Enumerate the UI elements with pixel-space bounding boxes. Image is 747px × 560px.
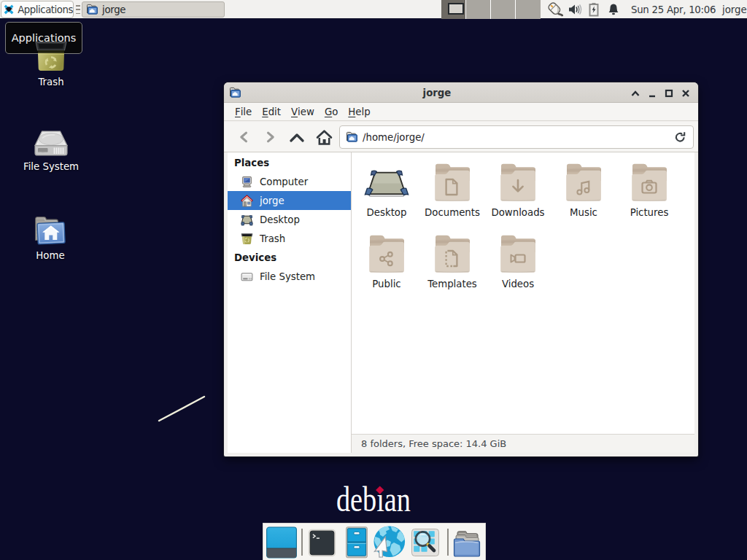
statusbar: 8 folders, Free space: 14.4 GiB [352, 434, 694, 453]
dock-file-cabinet-button[interactable] [341, 526, 373, 559]
shade-button[interactable] [627, 85, 643, 102]
file-label: Templates [415, 279, 489, 289]
maximize-button[interactable] [660, 85, 677, 102]
file-label: Videos [481, 279, 555, 289]
window-folder-icon [86, 4, 98, 15]
file-desktop[interactable]: Desktop [354, 163, 419, 220]
tray-notifications-button[interactable] [608, 0, 619, 19]
path-bar[interactable]: /home/jorge/ [339, 125, 694, 149]
workspace-window-thumb [448, 3, 464, 15]
desktop-icon-label: Trash [16, 77, 86, 88]
web-browser-icon [374, 526, 406, 559]
workspace-2[interactable] [466, 0, 491, 19]
maximize-icon [665, 89, 673, 98]
terminal-icon [307, 528, 337, 558]
minimize-icon [648, 89, 657, 98]
file-label: Music [546, 207, 621, 218]
sidebar: PlacesComputerjorgeDesktopTrashDevicesFi… [228, 152, 352, 453]
file-list-view[interactable]: 8 folders, Free space: 14.4 GiB DesktopD… [352, 152, 694, 453]
up-button[interactable] [285, 125, 309, 149]
menu-file[interactable]: File [230, 103, 257, 121]
dock-folder-stack-button[interactable] [452, 526, 484, 559]
folder-music-icon [565, 163, 603, 201]
file-documents[interactable]: Documents [419, 163, 485, 220]
file-templates[interactable]: Templates [419, 235, 485, 292]
path-input[interactable]: /home/jorge/ [363, 132, 668, 143]
file-videos[interactable]: Videos [485, 235, 551, 292]
sidebar-item-desktop[interactable]: Desktop [228, 210, 351, 229]
folder-stack-icon [452, 526, 483, 559]
file-label: Documents [415, 207, 489, 218]
sidebar-header-devices: Devices [228, 248, 351, 267]
file-public[interactable]: Public [354, 235, 419, 292]
folder-documents-icon [433, 163, 471, 201]
file-label: Desktop [349, 207, 424, 218]
menubar: FileEditViewGoHelp [224, 103, 698, 121]
panel-username[interactable]: jorge [722, 0, 747, 19]
folder-videos-icon [499, 235, 537, 273]
dock-app-finder-button[interactable] [409, 526, 441, 559]
desktop-icon-label: Home [15, 250, 85, 261]
debian-wordmark: debıan [336, 481, 411, 517]
desktop-icon-home[interactable]: Home [15, 216, 85, 261]
sidebar-item-computer[interactable]: Computer [228, 172, 351, 191]
sidebar-item-trash[interactable]: Trash [228, 229, 351, 248]
bottom-dock [263, 523, 486, 560]
file-label: Pictures [612, 207, 686, 218]
dock-web-browser-button[interactable] [374, 526, 406, 559]
file-label: Public [349, 279, 424, 289]
sidebar-item-label: Trash [260, 233, 285, 244]
volume-icon [568, 3, 582, 16]
workspace-switcher[interactable] [441, 0, 541, 19]
back-button[interactable] [232, 125, 255, 149]
battery-icon [588, 2, 600, 17]
desktop-icon-label: File System [16, 161, 86, 172]
file-cabinet-icon [346, 526, 368, 559]
file-label: Downloads [481, 207, 555, 218]
tray-battery-button[interactable] [588, 0, 600, 19]
sidebar-item-jorge[interactable]: jorge [228, 191, 351, 210]
close-button[interactable] [677, 85, 694, 102]
window-titlebar[interactable]: jorge [224, 82, 698, 103]
workspace-4[interactable] [516, 0, 541, 19]
forward-button[interactable] [259, 125, 282, 149]
sidebar-item-label: Computer [260, 176, 308, 187]
window-controls [627, 85, 694, 102]
home-button[interactable] [312, 125, 336, 149]
tray-volume-button[interactable] [568, 0, 582, 19]
folder-templates-icon [433, 235, 471, 273]
folder-downloads-icon [499, 163, 537, 201]
reload-button[interactable] [668, 126, 692, 148]
tray-mouse-button[interactable] [547, 0, 563, 19]
dock-separator [301, 529, 303, 556]
trash-icon [35, 42, 67, 71]
desktop-icon-trash[interactable]: Trash [16, 42, 86, 88]
window-title: jorge [423, 82, 452, 103]
file-music[interactable]: Music [551, 163, 616, 220]
panel-clock[interactable]: Sun 25 Apr, 10:06 [631, 0, 716, 19]
applications-menu-label: Applications [18, 4, 73, 15]
menu-view[interactable]: View [286, 103, 320, 121]
file-pictures[interactable]: Pictures [616, 163, 682, 220]
menu-help[interactable]: Help [343, 103, 375, 121]
minimize-button[interactable] [643, 85, 660, 102]
dock-terminal-button[interactable] [306, 526, 338, 559]
desktop-icon-file-system[interactable]: File System [16, 131, 86, 172]
desktop-big-icon [364, 170, 409, 198]
workspace-1[interactable] [441, 0, 466, 19]
file-downloads[interactable]: Downloads [485, 163, 551, 220]
menu-go[interactable]: Go [320, 103, 343, 121]
workspace-3[interactable] [491, 0, 516, 19]
trash-icon [241, 233, 253, 245]
applications-menu-button[interactable]: Applications [1, 1, 74, 18]
up-icon [290, 133, 304, 142]
panel-handle[interactable] [76, 5, 80, 14]
reload-icon [674, 131, 686, 144]
taskbar-window-button[interactable]: jorge [82, 1, 225, 18]
show-desktop-icon [266, 526, 297, 559]
sidebar-item-file-system[interactable]: File System [228, 267, 351, 286]
dock-show-desktop-button[interactable] [266, 526, 298, 559]
harddisk-icon [241, 271, 253, 283]
user-home-icon [241, 195, 253, 207]
menu-edit[interactable]: Edit [257, 103, 286, 121]
